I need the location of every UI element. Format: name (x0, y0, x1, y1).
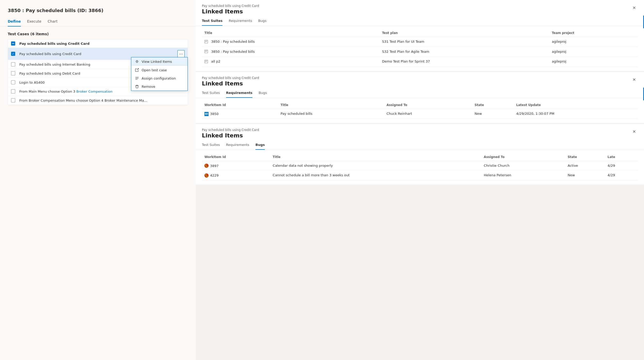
panel-title-1: Linked Items (202, 8, 259, 15)
th-state: State (565, 153, 605, 161)
test-case-row[interactable]: Pay scheduled bills using Credit Card ⋯ … (8, 48, 188, 60)
cell-state: Active (565, 161, 605, 171)
open-icon (135, 68, 139, 72)
tab-test-suites-3[interactable]: Test Suites (202, 141, 220, 150)
cell-assigned: Christie Church (481, 161, 565, 171)
panel-subtitle-1: Pay scheduled bills using Credit Card (202, 4, 259, 8)
header-checkbox[interactable] (11, 41, 19, 46)
row-title-1: Pay scheduled bills using Credit Card (19, 52, 177, 56)
cell-assigned: Helena Petersen (481, 171, 565, 180)
tab-define[interactable]: Define (8, 17, 21, 27)
test-case-row[interactable]: From Broker Compensation Menu choose Opt… (8, 96, 188, 105)
panel-header-1: Pay scheduled bills using Credit Card Li… (196, 0, 644, 15)
cell-latest: 4/29/2020, 1:30:07 PM (514, 109, 638, 119)
cell-state: New (472, 109, 514, 119)
unchecked-icon (11, 62, 15, 66)
panel-content-1: Title Test plan Team project 3850 : Pay (196, 29, 644, 71)
linked-items-panel-1: Pay scheduled bills using Credit Card Li… (196, 0, 644, 72)
cell-wi-id: 🐛 4229 (202, 171, 270, 180)
tab-bugs-2[interactable]: Bugs (259, 89, 267, 98)
table-row[interactable]: 🐛 3897 Calendar data not showing properl… (202, 161, 638, 171)
link-icon (135, 59, 139, 64)
section-title: Test Cases (6 items) (8, 32, 188, 36)
list-icon (135, 76, 139, 80)
unchecked-icon (11, 71, 15, 75)
th-wi-id: WorkItem Id (202, 101, 278, 109)
tabs-bar: Define Execute Chart (0, 17, 196, 27)
cell-title: all p2 (202, 57, 380, 67)
th-latest: Latest Update (514, 101, 638, 109)
suite-icon (204, 40, 208, 43)
row-checkbox-5[interactable] (11, 89, 19, 93)
row-checkbox-3[interactable] (11, 71, 19, 75)
row-checkbox-6[interactable] (11, 98, 19, 102)
test-cases-table: Pay scheduled bills using Credit Card Pa… (8, 39, 188, 105)
linked-items-panel-2: Pay scheduled bills using Credit Card Li… (196, 72, 644, 124)
test-suites-table: Title Test plan Team project 3850 : Pay (202, 29, 638, 67)
tab-bugs-1[interactable]: Bugs (258, 17, 267, 26)
context-menu-view-linked[interactable]: View Linked Items (131, 57, 187, 66)
cell-title: 3850 : Pay scheduled bills (202, 47, 380, 57)
tab-bugs-3[interactable]: Bugs (255, 141, 265, 150)
row-more-button-1[interactable]: ⋯ (177, 50, 185, 57)
tab-requirements-3[interactable]: Requirements (226, 141, 249, 150)
tab-execute[interactable]: Execute (27, 17, 41, 27)
tab-test-suites-2[interactable]: Test Suites (202, 89, 220, 98)
bug-icon: 🐛 (204, 164, 209, 168)
close-button-3[interactable]: ✕ (631, 128, 638, 135)
th-title: Title (278, 101, 384, 109)
context-menu-open-test[interactable]: Open test case (131, 66, 187, 74)
suite-icon (204, 60, 208, 63)
th-title: Title (270, 153, 481, 161)
left-panel: 3850 : Pay scheduled bills (ID: 3866) De… (0, 0, 196, 360)
row-checkbox-2[interactable] (11, 62, 19, 66)
requirements-table: WorkItem Id Title Assigned To State Late… (202, 101, 638, 119)
svg-rect-4 (136, 86, 138, 88)
tab-requirements-2[interactable]: Requirements (226, 89, 253, 98)
panel-content-3: WorkItem Id Title Assigned To State Late… (196, 153, 644, 185)
table-row[interactable]: 🐛 4229 Cannot schedule a bill more than … (202, 171, 638, 180)
cell-wi-id: 🐛 3897 (202, 161, 270, 171)
th-assigned: Assigned To (384, 101, 472, 109)
cell-team-project: agileproj (549, 37, 638, 47)
tab-chart[interactable]: Chart (48, 17, 57, 27)
unchecked-icon (11, 98, 15, 102)
cell-title: Calendar data not showing properly (270, 161, 481, 171)
row-checkbox-1[interactable] (11, 52, 19, 56)
th-state: State (472, 101, 514, 109)
minus-checkbox-icon (11, 41, 15, 46)
suite-icon (204, 50, 208, 53)
bugs-table: WorkItem Id Title Assigned To State Late… (202, 153, 638, 180)
cell-title: Cannot schedule a bill more than 3 weeks… (270, 171, 481, 180)
th-title: Title (202, 29, 380, 37)
table-row[interactable]: 3850 : Pay scheduled bills S31 Test Plan… (202, 37, 638, 47)
tab-test-suites-1[interactable]: Test Suites (202, 17, 222, 26)
table-row[interactable]: all p2 Demo Test Plan for Sprint 37 agil… (202, 57, 638, 67)
tab-requirements-1[interactable]: Requirements (229, 17, 252, 26)
cell-team-project: agileproj (549, 57, 638, 67)
cell-test-plan: S31 Test Plan for UI Team (380, 37, 549, 47)
cell-team-project: agileproj (549, 47, 638, 57)
close-button-1[interactable]: ✕ (631, 4, 638, 11)
th-late: Late (605, 153, 638, 161)
context-menu-remove[interactable]: Remove (131, 82, 187, 91)
unchecked-icon (11, 80, 15, 84)
panel-tabs-2: Test Suites Requirements Bugs (196, 87, 644, 98)
th-assigned: Assigned To (481, 153, 565, 161)
cell-test-plan: S32 Test Plan for Agile Team (380, 47, 549, 57)
row-title-6: From Broker Compensation Menu choose Opt… (19, 99, 185, 102)
unchecked-icon (11, 89, 15, 93)
table-row[interactable]: WI 3850 Pay scheduled bills Chuck Reinha… (202, 109, 638, 119)
table-header: Pay scheduled bills using Credit Card (8, 39, 188, 48)
checked-icon (11, 52, 15, 56)
view-linked-label: View Linked Items (142, 60, 172, 64)
cell-latest: 4/29 (605, 161, 638, 171)
row-checkbox-4[interactable] (11, 80, 19, 84)
close-button-2[interactable]: ✕ (631, 76, 638, 83)
context-menu-assign[interactable]: Assign configuration (131, 74, 187, 82)
table-row[interactable]: 3850 : Pay scheduled bills S32 Test Plan… (202, 47, 638, 57)
panel-subtitle-2: Pay scheduled bills using Credit Card (202, 76, 259, 80)
cell-latest: 4/29 (605, 171, 638, 180)
cell-test-plan: Demo Test Plan for Sprint 37 (380, 57, 549, 67)
panel-subtitle-3: Pay scheduled bills using Credit Card (202, 128, 259, 132)
